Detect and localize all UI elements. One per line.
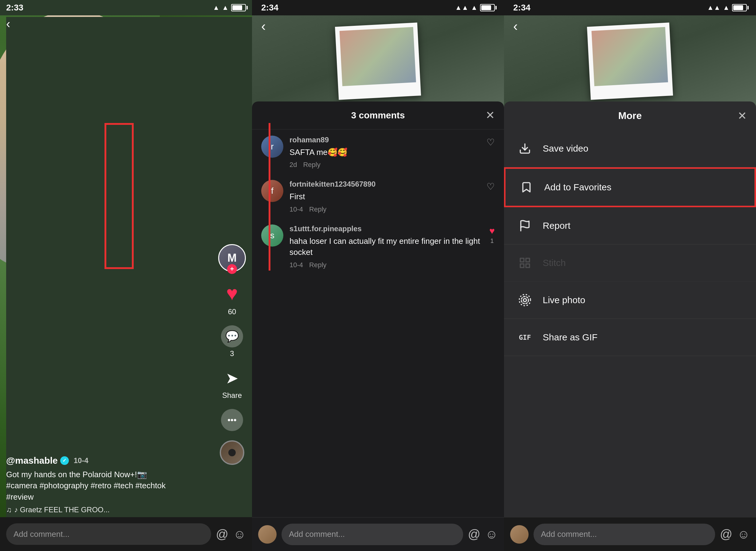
p3-back-button[interactable]: ‹ [513, 18, 518, 34]
add-to-favorites-label: Add to Favorites [544, 182, 611, 192]
comment-time: 10-4 [289, 205, 303, 213]
like-action: ♥ 60 [220, 281, 244, 316]
p3-video-preview: ‹ [504, 0, 756, 117]
polaroid-frame [335, 22, 421, 100]
comment-avatar: r [261, 136, 283, 158]
likes-count: 60 [228, 308, 236, 316]
share-as-gif-item[interactable]: GIF Share as GIF [504, 319, 756, 356]
share-label: Share [222, 391, 242, 400]
heart-icon: ♥ [226, 282, 238, 305]
status-bar: 2:33 ▲ ▲ [0, 0, 252, 15]
p3-at-icon[interactable]: @ [720, 527, 733, 541]
comment-bar: Add comment... @ ☺ [0, 517, 252, 551]
svg-rect-3 [526, 258, 530, 262]
music-note: ♫ [6, 506, 12, 514]
status-time: 2:33 [6, 3, 23, 13]
p2-emoji-icon[interactable]: ☺ [485, 527, 498, 541]
avatar-text: f [271, 186, 274, 196]
report-item[interactable]: Report [504, 207, 756, 244]
comment-username: s1uttt.for.pineapples [289, 224, 483, 233]
svg-point-7 [521, 297, 528, 304]
live-photo-icon [516, 292, 534, 309]
live-photo-label: Live photo [543, 295, 585, 305]
comment-time: 2d [289, 161, 297, 169]
music-info: ♫ ♪ Graetz FEEL THE GROO... [6, 506, 215, 514]
more-title: More [618, 110, 642, 121]
right-sidebar: M + ♥ 60 💬 3 ➤ Share ••• [218, 244, 246, 465]
emoji-icon[interactable]: ☺ [233, 527, 246, 541]
p3-polaroid-frame [587, 22, 673, 100]
p2-comment-input[interactable]: Add comment... [282, 524, 463, 545]
comment-meta: 10-4 Reply [289, 205, 480, 213]
comment-like-button[interactable]: ♥ 1 [489, 224, 495, 244]
comment-like-button[interactable]: ♡ [486, 180, 495, 192]
comment-reply[interactable]: Reply [309, 261, 326, 269]
comments-count: 3 [230, 349, 234, 358]
avatar-letter: M [227, 251, 237, 264]
comment-like-button[interactable]: ♡ [486, 136, 495, 147]
like-button[interactable]: ♥ [220, 281, 244, 306]
comment-meta: 10-4 Reply [289, 261, 483, 269]
music-disc[interactable] [220, 440, 244, 465]
video-caption: Got my hands on the Polaroid Now+!📷 #cam… [6, 469, 215, 502]
more-sheet: More ✕ Save video Add to Favorites [504, 101, 756, 551]
creator-avatar[interactable]: M + [218, 244, 246, 272]
p2-at-icon[interactable]: @ [468, 527, 481, 541]
comment-username: fortnitekitten1234567890 [289, 180, 480, 188]
panel-more-options: 2:34 ▲▲ ▲ ‹ More ✕ [504, 0, 756, 551]
at-icon[interactable]: @ [216, 527, 229, 541]
p2-wifi-icon: ▲ [471, 4, 478, 12]
comment-time: 10-4 [289, 261, 303, 269]
comment-button[interactable]: 💬 [221, 325, 243, 348]
comment-text: haha loser I can actually fit my entire … [289, 235, 483, 258]
more-button[interactable]: ••• [221, 409, 243, 431]
p3-polaroid-photo [592, 27, 668, 86]
save-video-item[interactable]: Save video [504, 130, 756, 167]
p2-comment-placeholder: Add comment... [289, 529, 345, 539]
add-to-favorites-item[interactable]: Add to Favorites [504, 167, 756, 207]
comments-sheet: 3 comments ✕ r rohaman89 SAFTA me🥰🥰 2d R… [252, 101, 504, 551]
live-photo-item[interactable]: Live photo [504, 282, 756, 319]
p2-signal-icon: ▲▲ [455, 4, 469, 12]
comment-input[interactable]: Add comment... [6, 523, 211, 545]
more-close-button[interactable]: ✕ [738, 109, 747, 122]
p3-wifi-icon: ▲ [723, 4, 730, 12]
comment-reply[interactable]: Reply [309, 205, 326, 213]
comments-close-button[interactable]: ✕ [486, 109, 495, 122]
p2-back-button[interactable]: ‹ [261, 18, 266, 34]
p2-status-icons: ▲▲ ▲ [455, 4, 495, 12]
comment-username: rohaman89 [289, 136, 480, 144]
p3-comment-input[interactable]: Add comment... [534, 524, 715, 545]
comment-icon: 💬 [225, 330, 239, 343]
p3-emoji-icon[interactable]: ☺ [737, 527, 750, 541]
comment-item: s s1uttt.for.pineapples haha loser I can… [261, 224, 495, 269]
share-as-gif-icon: GIF [516, 329, 534, 346]
svg-point-6 [523, 299, 526, 302]
signal-icon: ▲ [213, 4, 219, 12]
report-icon [516, 217, 534, 234]
p3-status-bar: 2:34 ▲▲ ▲ [504, 0, 756, 15]
dots-icon: ••• [227, 415, 236, 425]
stitch-item[interactable]: Stitch [504, 244, 756, 282]
comment-text: SAFTA me🥰🥰 [289, 147, 480, 158]
p3-signal-icon: ▲▲ [707, 4, 721, 12]
follow-button[interactable]: + [227, 264, 237, 274]
svg-rect-2 [520, 258, 524, 262]
comment-placeholder: Add comment... [14, 529, 69, 539]
comments-header: 3 comments ✕ [252, 101, 504, 129]
share-as-gif-label: Share as GIF [543, 332, 597, 343]
save-video-icon [516, 140, 534, 157]
comment-content: rohaman89 SAFTA me🥰🥰 2d Reply [289, 136, 480, 169]
share-button[interactable]: ➤ [221, 367, 243, 389]
creator-avatar-section: M + [218, 244, 246, 272]
comment-reply[interactable]: Reply [303, 161, 320, 169]
avatar-text: s [270, 230, 274, 240]
comments-title: 3 comments [351, 110, 405, 120]
share-action: ➤ Share [221, 367, 243, 400]
back-icon: ‹ [6, 17, 10, 30]
p2-video-preview: ‹ [252, 0, 504, 117]
more-action: ••• [221, 409, 243, 431]
p3-user-avatar [510, 525, 529, 544]
comment-list: r rohaman89 SAFTA me🥰🥰 2d Reply ♡ f [252, 129, 504, 286]
polaroid-photo [340, 27, 416, 86]
